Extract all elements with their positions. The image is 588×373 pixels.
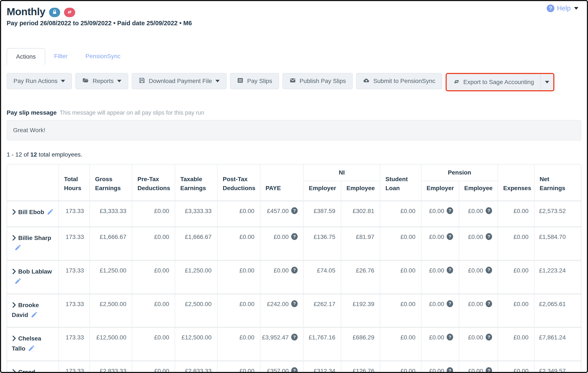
cell-paye: £457.00? bbox=[260, 202, 303, 226]
question-tooltip-icon[interactable]: ? bbox=[447, 367, 453, 373]
chevron-down-icon bbox=[574, 7, 578, 10]
question-tooltip-icon[interactable]: ? bbox=[486, 267, 492, 273]
cell-ni-employee: £81.97 bbox=[341, 227, 380, 260]
publish-pay-slips-button[interactable]: Publish Pay Slips bbox=[283, 73, 353, 89]
question-tooltip-icon[interactable]: ? bbox=[447, 207, 453, 214]
question-tooltip-icon[interactable]: ? bbox=[291, 334, 298, 341]
cell-pre-tax: £0.00 bbox=[132, 294, 175, 327]
edit-pencil-icon[interactable] bbox=[14, 244, 22, 254]
tab-filter[interactable]: Filter bbox=[45, 48, 76, 65]
cell-value: £0.00 bbox=[239, 301, 254, 308]
question-tooltip-icon[interactable]: ? bbox=[486, 367, 492, 373]
cell-paye: £357.00? bbox=[260, 362, 303, 373]
help-menu[interactable]: ? Help bbox=[547, 4, 578, 12]
cell-net: £2,349.57 bbox=[534, 362, 571, 373]
cell-value: £0.00 bbox=[514, 301, 528, 308]
cell-value: £0.00 bbox=[400, 334, 415, 341]
cell-gross: £1,666.67 bbox=[90, 227, 132, 260]
cell-value: £3,333.33 bbox=[100, 207, 126, 215]
cell-student-loan: £0.00 bbox=[380, 202, 421, 226]
employee-name-cell: Billie Sharp bbox=[7, 227, 58, 260]
question-tooltip-icon[interactable]: ? bbox=[291, 367, 298, 373]
cell-net: £2,065.61 bbox=[534, 294, 571, 327]
header-student-loan: Student Loan bbox=[380, 164, 421, 200]
question-tooltip-icon[interactable]: ? bbox=[291, 267, 298, 273]
question-tooltip-icon[interactable]: ? bbox=[447, 233, 453, 240]
cell-net: £1,584.70 bbox=[534, 227, 571, 260]
cell-value: £0.00 bbox=[468, 233, 483, 241]
chevron-right-icon[interactable] bbox=[12, 208, 17, 217]
payslip-message-input[interactable] bbox=[7, 120, 581, 141]
download-payment-file-button[interactable]: Download Payment File bbox=[132, 73, 227, 89]
cell-expenses: £0.00 bbox=[498, 294, 534, 327]
edit-pencil-icon[interactable] bbox=[47, 208, 54, 218]
edit-pencil-icon[interactable] bbox=[14, 277, 22, 287]
help-question-icon: ? bbox=[547, 4, 554, 12]
pay-run-actions-button[interactable]: Pay Run Actions bbox=[7, 73, 72, 89]
cell-post-tax: £0.00 bbox=[217, 294, 260, 327]
cell-value: £136.75 bbox=[314, 233, 335, 241]
cell-pension-employer: £0.00? bbox=[421, 294, 459, 327]
cell-value: £2,349.57 bbox=[539, 367, 566, 373]
cell-post-tax: £0.00 bbox=[217, 202, 260, 226]
question-tooltip-icon[interactable]: ? bbox=[447, 334, 453, 341]
cell-taxable: £1,250.00 bbox=[175, 261, 217, 293]
question-tooltip-icon[interactable]: ? bbox=[486, 300, 492, 307]
question-tooltip-icon[interactable]: ? bbox=[447, 267, 453, 273]
employee-name: Bill Ebob bbox=[18, 209, 44, 215]
cell-value: £0.00 bbox=[514, 207, 528, 215]
repeat-icon bbox=[453, 78, 460, 86]
cell-value: £2,573.52 bbox=[539, 207, 566, 215]
question-tooltip-icon[interactable]: ? bbox=[486, 207, 492, 214]
cell-value: £1,666.67 bbox=[100, 233, 126, 241]
cell-value: £1,250.00 bbox=[185, 267, 211, 274]
chevron-right-icon[interactable] bbox=[12, 301, 17, 310]
question-tooltip-icon[interactable]: ? bbox=[447, 300, 453, 307]
cell-value: £1,767.16 bbox=[309, 334, 335, 341]
page-header: Monthly bbox=[7, 6, 581, 18]
pay-slips-button[interactable]: Pay Slips bbox=[230, 73, 279, 89]
cell-student-loan: £0.00 bbox=[380, 362, 421, 373]
cell-value: £2,500.00 bbox=[100, 301, 126, 308]
cell-ni-employee: £26.76 bbox=[341, 261, 380, 293]
question-tooltip-icon[interactable]: ? bbox=[486, 233, 492, 240]
cell-value: 173.33 bbox=[65, 267, 84, 274]
cell-post-tax: £0.00 bbox=[217, 362, 260, 373]
question-tooltip-icon[interactable]: ? bbox=[291, 233, 298, 240]
cell-value: £387.59 bbox=[314, 207, 335, 215]
cell-ni-employee: £686.29 bbox=[341, 328, 380, 360]
cell-value: £1,250.00 bbox=[100, 267, 126, 274]
cell-value: £0.00 bbox=[274, 267, 289, 274]
cell-value: £0.00 bbox=[429, 207, 444, 215]
edit-pencil-icon[interactable] bbox=[28, 344, 35, 354]
cell-value: £357.00 bbox=[267, 367, 289, 373]
cell-net: £7,861.24 bbox=[534, 328, 571, 360]
export-to-sage-accounting-button[interactable]: Export to Sage Accounting bbox=[447, 74, 540, 90]
cell-value: £12,500.00 bbox=[182, 334, 211, 341]
question-tooltip-icon[interactable]: ? bbox=[291, 207, 298, 214]
submit-to-pensionsync-button[interactable]: Submit to PensionSync bbox=[356, 73, 442, 89]
save-icon bbox=[138, 77, 145, 85]
cell-value: £0.00 bbox=[514, 367, 528, 373]
app-window: Monthly Pay period 26/08/2022 to 25/09/2… bbox=[0, 0, 588, 373]
cell-pre-tax: £0.00 bbox=[132, 227, 175, 260]
chevron-right-icon[interactable] bbox=[12, 234, 17, 243]
cell-value: £0.00 bbox=[154, 267, 169, 274]
cell-value: £0.00 bbox=[154, 233, 169, 241]
tab-actions[interactable]: Actions bbox=[7, 48, 45, 65]
chevron-right-icon[interactable] bbox=[12, 268, 17, 277]
employee-name-cell: Brooke David bbox=[7, 294, 58, 327]
question-tooltip-icon[interactable]: ? bbox=[486, 334, 492, 341]
reports-button[interactable]: Reports bbox=[75, 73, 128, 89]
edit-pencil-icon[interactable] bbox=[31, 311, 38, 321]
chevron-right-icon[interactable] bbox=[12, 368, 17, 373]
export-options-caret-button[interactable] bbox=[541, 74, 553, 90]
page-title: Monthly bbox=[7, 6, 45, 18]
cell-pension-employee: £0.00? bbox=[459, 227, 498, 260]
payslip-message-header: Pay slip message This message will appea… bbox=[7, 109, 581, 116]
tab-pensionsync[interactable]: PensionSync bbox=[76, 48, 129, 65]
pay-run-table: Total Hours Gross Earnings Pre-Tax Deduc… bbox=[7, 164, 581, 373]
question-tooltip-icon[interactable]: ? bbox=[291, 300, 298, 307]
chevron-right-icon[interactable] bbox=[12, 334, 17, 344]
tab-bar: Actions Filter PensionSync bbox=[7, 48, 581, 65]
